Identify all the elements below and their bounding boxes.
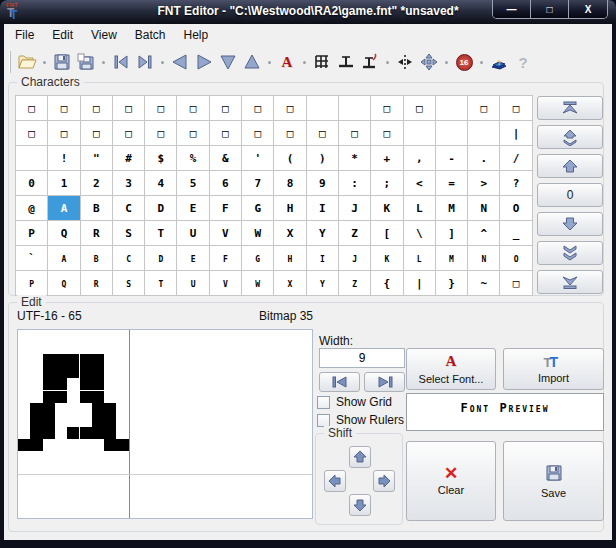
scroll-first-button[interactable] — [537, 96, 603, 120]
next-character-icon[interactable] — [133, 50, 157, 74]
char-cell[interactable]: □ — [274, 121, 306, 146]
char-cell[interactable]: O — [500, 196, 532, 221]
char-cell[interactable]: □ — [242, 96, 274, 121]
char-cell[interactable]: □ — [16, 96, 48, 121]
char-cell[interactable]: □ — [81, 121, 113, 146]
glyph-pixel[interactable] — [43, 354, 55, 366]
char-cell[interactable]: , — [404, 146, 436, 171]
char-cell[interactable]: l — [404, 246, 436, 271]
char-cell[interactable]: % — [177, 146, 209, 171]
char-cell[interactable]: 5 — [177, 171, 209, 196]
char-cell[interactable]: N — [468, 196, 500, 221]
move-right-icon[interactable] — [192, 50, 216, 74]
char-cell[interactable]: u — [177, 271, 209, 296]
shift-right-button[interactable] — [373, 470, 395, 492]
glyph-pixel[interactable] — [30, 403, 42, 415]
char-cell[interactable]: - — [436, 146, 468, 171]
char-cell[interactable]: " — [81, 146, 113, 171]
import-button[interactable]: TT Import — [503, 348, 604, 390]
char-cell[interactable]: 0 — [16, 171, 48, 196]
glyph-pixel[interactable] — [92, 427, 104, 439]
char-cell[interactable]: L — [404, 196, 436, 221]
char-cell[interactable]: z — [339, 271, 371, 296]
char-cell[interactable]: W — [242, 221, 274, 246]
glyph-pixel[interactable] — [80, 366, 92, 378]
save-icon[interactable] — [50, 50, 74, 74]
char-cell[interactable]: v — [210, 271, 242, 296]
toggle-grid-icon[interactable] — [310, 50, 334, 74]
char-cell[interactable]: F — [210, 196, 242, 221]
glyph-pixel[interactable] — [92, 378, 104, 390]
char-cell[interactable]: b — [81, 246, 113, 271]
char-cell[interactable]: 9 — [307, 171, 339, 196]
scroll-zero-button[interactable]: 0 — [537, 183, 603, 207]
char-cell[interactable]: r — [81, 271, 113, 296]
char-cell[interactable]: □ — [16, 121, 48, 146]
glyph-pixel[interactable] — [30, 427, 42, 439]
char-cell[interactable]: n — [468, 246, 500, 271]
glyph-pixel[interactable] — [104, 427, 116, 439]
char-cell[interactable]: □ — [210, 96, 242, 121]
char-cell[interactable]: e — [177, 246, 209, 271]
manual-icon[interactable]: ? — [487, 50, 511, 74]
select-font-button[interactable]: A Select Font... — [406, 348, 496, 390]
width-decrease-button[interactable] — [319, 372, 360, 392]
scroll-down-button[interactable] — [537, 212, 603, 236]
glyph-pixel[interactable] — [43, 427, 55, 439]
width-input[interactable]: 9 — [319, 348, 405, 368]
glyph-pixel[interactable] — [55, 391, 67, 403]
char-cell[interactable]: □ — [145, 121, 177, 146]
char-cell[interactable]: a — [48, 246, 80, 271]
char-cell[interactable]: 7 — [242, 171, 274, 196]
glyph-pixel[interactable] — [92, 391, 104, 403]
char-cell[interactable]: x — [274, 271, 306, 296]
char-cell[interactable]: ( — [274, 146, 306, 171]
char-cell[interactable]: ' — [242, 146, 274, 171]
char-cell[interactable]: i — [307, 246, 339, 271]
glyph-pixel[interactable] — [43, 391, 55, 403]
char-cell[interactable]: ` — [16, 246, 48, 271]
hex-16-icon[interactable]: 16 — [452, 50, 476, 74]
glyph-pixel[interactable] — [80, 427, 92, 439]
show-grid-checkbox[interactable] — [317, 396, 330, 409]
char-cell[interactable]: ? — [500, 171, 532, 196]
move-up-icon[interactable] — [240, 50, 264, 74]
shift-columns-icon[interactable] — [393, 50, 417, 74]
char-cell[interactable]: s — [113, 271, 145, 296]
char-cell[interactable]: K — [371, 196, 403, 221]
move-glyph-icon[interactable] — [417, 50, 441, 74]
char-cell[interactable]: □ — [371, 96, 403, 121]
char-cell[interactable]: M — [436, 196, 468, 221]
glyph-pixel[interactable] — [43, 378, 55, 390]
char-cell[interactable]: . — [468, 146, 500, 171]
char-cell[interactable] — [436, 121, 468, 146]
char-cell[interactable]: | — [404, 271, 436, 296]
glyph-pixel[interactable] — [67, 427, 79, 439]
char-cell[interactable]: > — [468, 171, 500, 196]
menu-batch[interactable]: Batch — [126, 25, 175, 45]
ruler-reset-icon[interactable] — [358, 50, 382, 74]
glyph-pixel[interactable] — [104, 403, 116, 415]
glyph-pixel[interactable] — [67, 354, 79, 366]
char-cell[interactable]: + — [371, 146, 403, 171]
glyph-pixel[interactable] — [92, 366, 104, 378]
glyph-pixel[interactable] — [80, 354, 92, 366]
char-cell[interactable]: □ — [307, 121, 339, 146]
title-bar[interactable]: FNT T T FNT Editor - "C:\Westwood\RA2\ga… — [0, 0, 616, 24]
shift-up-button[interactable] — [349, 446, 371, 468]
char-cell[interactable]: d — [145, 246, 177, 271]
char-cell[interactable]: V — [210, 221, 242, 246]
glyph-pixel[interactable] — [92, 403, 104, 415]
char-cell[interactable]: < — [404, 171, 436, 196]
width-increase-button[interactable] — [364, 372, 405, 392]
glyph-pixel[interactable] — [55, 378, 67, 390]
show-rulers-checkbox[interactable] — [317, 414, 330, 427]
char-cell[interactable]: ~ — [468, 271, 500, 296]
glyph-pixel[interactable] — [43, 366, 55, 378]
char-cell[interactable]: 8 — [274, 171, 306, 196]
char-cell[interactable]: □ — [500, 96, 532, 121]
char-cell[interactable]: J — [339, 196, 371, 221]
char-cell[interactable]: □ — [48, 121, 80, 146]
char-cell[interactable]: _ — [500, 221, 532, 246]
char-cell[interactable]: : — [339, 171, 371, 196]
